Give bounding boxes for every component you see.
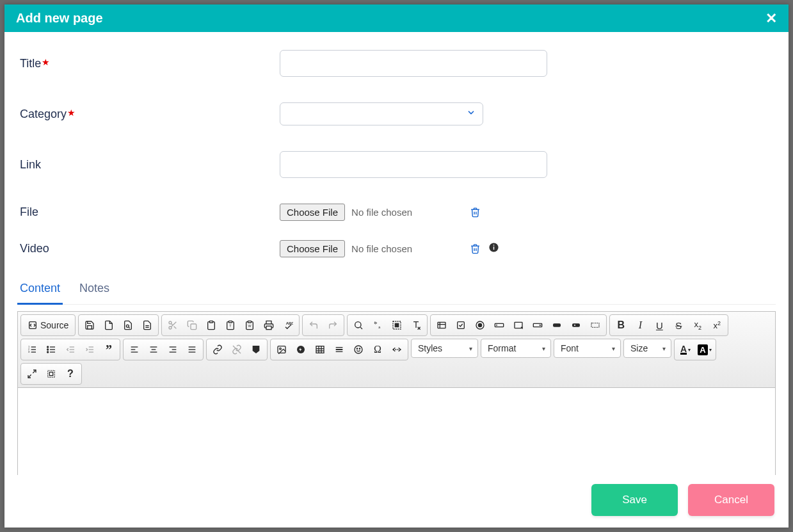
title-input[interactable] <box>280 50 547 77</box>
image-icon[interactable] <box>272 341 291 359</box>
ul-icon[interactable] <box>42 341 61 359</box>
rich-text-editor: Source T W ABC <box>17 311 776 475</box>
undo-icon[interactable] <box>304 316 323 334</box>
specialchar-icon[interactable]: Ω <box>368 341 387 359</box>
file-choose-button[interactable]: Choose File <box>280 204 345 221</box>
select-field-icon[interactable] <box>528 316 547 334</box>
tab-content[interactable]: Content <box>17 277 63 305</box>
format-dropdown[interactable]: Format <box>481 339 551 358</box>
svg-text:a: a <box>379 325 381 329</box>
svg-point-8 <box>169 326 172 329</box>
svg-rect-28 <box>438 322 445 328</box>
paste-word-icon[interactable]: W <box>240 316 259 334</box>
svg-point-52 <box>47 349 49 350</box>
svg-point-84 <box>355 346 362 353</box>
svg-point-53 <box>47 351 49 353</box>
svg-rect-13 <box>210 321 213 323</box>
file-label: File <box>17 206 280 219</box>
add-page-modal: Add new page ✕ Title★ Category★ Link <box>4 4 789 528</box>
text-color-icon[interactable]: A▾ <box>676 341 695 359</box>
align-justify-icon[interactable] <box>182 341 202 359</box>
strike-icon[interactable]: S <box>669 316 688 334</box>
font-dropdown[interactable]: Font <box>554 339 621 358</box>
outdent-icon[interactable] <box>61 341 80 359</box>
blockquote-icon[interactable]: ” <box>99 341 118 359</box>
hidden-field-icon[interactable] <box>586 316 605 334</box>
svg-rect-91 <box>49 372 52 375</box>
category-select-wrap <box>280 102 483 125</box>
about-icon[interactable]: ? <box>61 365 80 383</box>
pagebreak-icon[interactable] <box>387 341 406 359</box>
save-button[interactable]: Save <box>591 484 678 516</box>
underline-icon[interactable]: U <box>650 316 669 334</box>
size-dropdown[interactable]: Size <box>623 339 671 358</box>
table-icon[interactable] <box>310 341 330 359</box>
required-star: ★ <box>42 57 50 67</box>
save-icon[interactable] <box>80 316 99 334</box>
textarea-icon[interactable] <box>509 316 528 334</box>
ol-icon[interactable]: 123 <box>22 341 42 359</box>
textfield-icon[interactable] <box>490 316 509 334</box>
radio-icon[interactable] <box>470 316 490 334</box>
replace-icon[interactable]: ba <box>368 316 387 334</box>
cancel-button[interactable]: Cancel <box>688 484 774 516</box>
trash-icon[interactable] <box>470 207 481 218</box>
cut-icon[interactable] <box>163 316 182 334</box>
select-all-icon[interactable] <box>387 316 406 334</box>
unlink-icon[interactable] <box>227 341 246 359</box>
form-icon[interactable] <box>432 316 451 334</box>
svg-line-10 <box>174 326 177 329</box>
paste-text-icon[interactable]: T <box>221 316 240 334</box>
copy-icon[interactable] <box>182 316 202 334</box>
indent-icon[interactable] <box>80 341 99 359</box>
align-right-icon[interactable] <box>163 341 182 359</box>
link-label: Link <box>17 158 280 172</box>
svg-rect-38 <box>553 323 561 326</box>
smiley-icon[interactable] <box>349 341 368 359</box>
paste-icon[interactable] <box>202 316 221 334</box>
close-icon[interactable]: ✕ <box>765 12 777 26</box>
category-select[interactable] <box>280 102 483 125</box>
svg-rect-25 <box>395 323 399 328</box>
trash-icon[interactable] <box>470 243 481 254</box>
redo-icon[interactable] <box>323 316 342 334</box>
checkbox-icon[interactable] <box>451 316 470 334</box>
bold-icon[interactable]: B <box>611 316 630 334</box>
link-input[interactable] <box>280 151 547 178</box>
templates-icon[interactable] <box>138 316 157 334</box>
modal-body: Title★ Category★ Link File Cho <box>4 32 789 475</box>
svg-point-40 <box>574 325 575 326</box>
category-row: Category★ <box>17 102 776 125</box>
button-field-icon[interactable] <box>547 316 566 334</box>
flash-icon[interactable] <box>291 341 310 359</box>
align-center-icon[interactable] <box>144 341 163 359</box>
svg-rect-34 <box>495 323 504 326</box>
video-choose-button[interactable]: Choose File <box>280 240 345 257</box>
video-status-text: No file chosen <box>351 243 412 254</box>
print-icon[interactable] <box>259 316 278 334</box>
remove-format-icon[interactable] <box>406 316 426 334</box>
tab-notes[interactable]: Notes <box>77 277 112 305</box>
required-star: ★ <box>67 108 76 118</box>
image-button-icon[interactable] <box>566 316 586 334</box>
hr-icon[interactable] <box>330 341 349 359</box>
svg-point-7 <box>169 321 172 324</box>
align-left-icon[interactable] <box>125 341 144 359</box>
link-icon[interactable] <box>208 341 227 359</box>
info-icon[interactable] <box>488 242 499 256</box>
bg-color-icon[interactable]: A▾ <box>695 341 714 359</box>
editor-body[interactable] <box>18 388 775 475</box>
spellcheck-icon[interactable]: ABC <box>278 316 298 334</box>
new-page-icon[interactable] <box>99 316 118 334</box>
find-icon[interactable] <box>349 316 368 334</box>
show-blocks-icon[interactable] <box>42 365 61 383</box>
subscript-icon[interactable]: x2 <box>688 316 707 334</box>
svg-rect-90 <box>48 371 55 378</box>
superscript-icon[interactable]: x2 <box>707 316 726 334</box>
anchor-icon[interactable] <box>246 341 266 359</box>
maximize-icon[interactable] <box>22 365 42 383</box>
italic-icon[interactable]: I <box>630 316 650 334</box>
preview-icon[interactable] <box>118 316 138 334</box>
source-button[interactable]: Source <box>22 316 74 334</box>
styles-dropdown[interactable]: Styles <box>411 339 478 358</box>
